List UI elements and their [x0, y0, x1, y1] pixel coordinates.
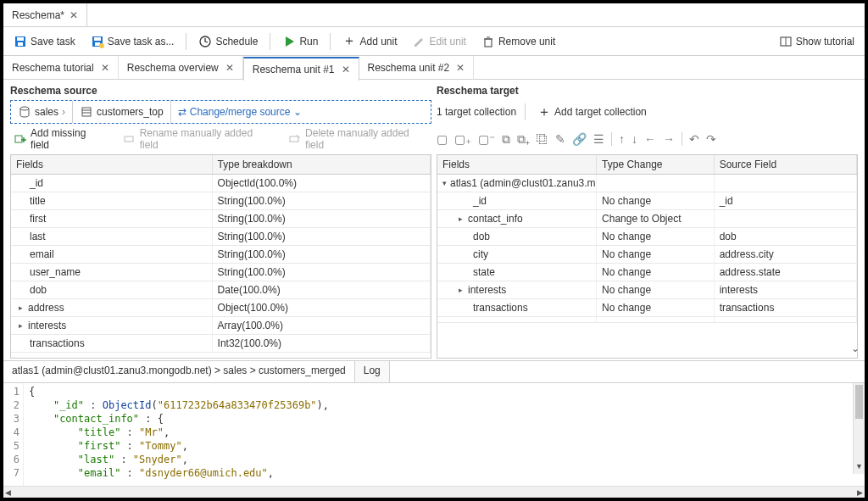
redo-icon[interactable]: ↷	[706, 132, 716, 146]
expander-icon[interactable]: ▸	[456, 214, 465, 223]
table-row[interactable]: ▸contact_infoChange to Object	[437, 210, 857, 228]
move-left-icon[interactable]: ←	[644, 132, 656, 146]
add-field-icon[interactable]: ▢	[437, 132, 448, 146]
move-down-icon[interactable]: ↓	[632, 132, 637, 146]
field-name: address	[28, 302, 64, 314]
add-unit-button[interactable]: ＋ Add unit	[339, 31, 400, 52]
scroll-left-icon[interactable]: ◀	[5, 488, 11, 497]
add-field-plus-icon[interactable]: ▢₊	[454, 132, 471, 146]
play-icon	[282, 35, 296, 48]
scroll-right-icon[interactable]: ▶	[857, 488, 863, 497]
col-fields[interactable]: Fields	[437, 155, 597, 174]
svg-rect-2	[18, 42, 23, 46]
edit-icon[interactable]: ✎	[555, 132, 565, 146]
expander-icon[interactable]: ▾	[442, 179, 447, 187]
col-source-field[interactable]: Source Field	[715, 155, 857, 174]
output-log-tab[interactable]: Log	[355, 361, 390, 382]
document-tab[interactable]: Reschema unit #2✕	[359, 56, 475, 80]
table-row[interactable]: firstString(100.0%)	[11, 210, 431, 228]
undo-icon[interactable]: ↶	[689, 132, 699, 146]
paste-icon[interactable]: ⧉₊	[517, 132, 530, 147]
col-type-change[interactable]: Type Change	[597, 155, 715, 174]
schedule-button[interactable]: Schedule	[195, 33, 261, 50]
link-icon[interactable]: 🔗	[572, 132, 587, 146]
table-row[interactable]: lastString(100.0%)	[11, 228, 431, 246]
table-row[interactable]: dobDate(100.0%)	[11, 281, 431, 299]
type-change: No change	[597, 246, 715, 263]
table-row[interactable]: titleString(100.0%)	[11, 192, 431, 210]
scroll-down-icon[interactable]: ▼	[854, 462, 865, 474]
save-task-button[interactable]: Save task	[10, 33, 79, 50]
col-fields[interactable]: Fields	[11, 155, 213, 174]
close-icon[interactable]: ✕	[456, 62, 465, 74]
field-type: ObjectId(100.0%)	[213, 175, 431, 192]
add-missing-field-button[interactable]: Add missing field	[10, 125, 109, 153]
document-tab-label: Reschema tutorial	[12, 62, 94, 74]
expander-icon[interactable]: ▸	[16, 321, 25, 330]
code-body[interactable]: { "_id" : ObjectId("6117232b64a833470f25…	[24, 383, 865, 486]
field-name: user_name	[30, 266, 81, 278]
col-type-breakdown[interactable]: Type breakdown	[213, 155, 431, 174]
table-row[interactable]: emailString(100.0%)	[11, 246, 431, 264]
separator	[682, 132, 682, 146]
copy-icon[interactable]: ⧉	[502, 132, 510, 147]
separator	[611, 132, 612, 146]
title-tab[interactable]: Reschema* ✕	[3, 3, 87, 27]
duplicate-icon[interactable]: ⿻	[537, 132, 548, 146]
table-row[interactable]: dobNo changedob	[437, 228, 857, 246]
vertical-scrollbar[interactable]: ▲ ▼	[853, 383, 865, 474]
table-row[interactable]: transactionsNo changetransactions	[437, 299, 857, 317]
field-name: interests	[28, 320, 66, 331]
remove-field-icon[interactable]: ▢⁻	[478, 132, 495, 146]
move-up-icon[interactable]: ↑	[619, 132, 625, 146]
target-root-row[interactable]: ▾atlas1 (admin@clust01.zanu3.mongodb.net…	[437, 175, 857, 192]
close-icon[interactable]: ✕	[70, 9, 78, 21]
main-toolbar: Save task Save task as... Schedule Run ＋…	[3, 27, 865, 56]
output-path-label: atlas1 (admin@clust01.zanu3.mongodb.net)…	[12, 365, 346, 376]
table-row[interactable]: ▸interestsNo changeinterests	[437, 281, 857, 299]
move-right-icon[interactable]: →	[663, 132, 675, 146]
rename-icon	[123, 132, 136, 146]
expander-icon[interactable]: ▸	[456, 286, 465, 294]
chevron-down-icon[interactable]: ⌄	[851, 342, 860, 354]
document-tab[interactable]: Reschema overview✕	[119, 56, 243, 80]
breadcrumb-db[interactable]: sales ›	[11, 101, 73, 123]
remove-unit-button[interactable]: Remove unit	[478, 33, 559, 50]
save-task-as-button[interactable]: Save task as...	[87, 33, 178, 50]
horizontal-scrollbar[interactable]: ◀ ▶	[3, 486, 865, 498]
field-name: contact_info	[468, 213, 523, 225]
field-name: title	[30, 195, 46, 207]
add-target-collection-button[interactable]: ＋ Add target collection	[534, 102, 650, 123]
scrollbar-thumb[interactable]	[855, 385, 863, 419]
run-button[interactable]: Run	[279, 33, 321, 50]
table-row[interactable]: _idObjectId(100.0%)	[11, 175, 431, 192]
field-type: String(100.0%)	[213, 228, 431, 245]
table-row[interactable]: ▸addressObject(100.0%)	[11, 299, 431, 317]
target-panel: Reschema target 1 target collection ＋ Ad…	[437, 85, 858, 359]
change-merge-source-button[interactable]: ⇄ Change/merge source ⌄	[171, 101, 309, 123]
save-task-as-label: Save task as...	[108, 36, 175, 47]
collection-icon	[80, 105, 93, 119]
document-tab[interactable]: Reschema unit #1✕	[243, 57, 359, 81]
database-icon	[18, 105, 31, 119]
plus-icon: ＋	[342, 32, 356, 50]
show-tutorial-button[interactable]: Show tutorial	[776, 33, 858, 50]
table-row[interactable]: ▸interestsArray(100.0%)	[11, 317, 431, 335]
close-icon[interactable]: ✕	[225, 62, 234, 74]
table-row[interactable]: user_nameString(100.0%)	[11, 264, 431, 281]
table-row[interactable]: transactionsInt32(100.0%)	[11, 335, 431, 353]
expander-icon[interactable]: ▸	[16, 303, 25, 312]
output-path-tab[interactable]: atlas1 (admin@clust01.zanu3.mongodb.net)…	[3, 361, 355, 382]
tree-icon[interactable]: ☰	[593, 132, 604, 146]
save-task-label: Save task	[31, 36, 75, 47]
table-row[interactable]: stateNo changeaddress.state	[437, 264, 857, 281]
title-tab-bar: Reschema* ✕	[3, 3, 865, 27]
close-icon[interactable]: ✕	[101, 62, 109, 74]
output-log-label: Log	[364, 365, 381, 376]
breadcrumb-collection[interactable]: customers_top	[73, 101, 171, 123]
table-row[interactable]: cityNo changeaddress.city	[437, 246, 857, 264]
close-icon[interactable]: ✕	[342, 64, 350, 75]
table-row[interactable]: _idNo change_id	[437, 192, 857, 210]
document-tab-label: Reschema overview	[127, 62, 219, 74]
document-tab[interactable]: Reschema tutorial✕	[3, 56, 119, 80]
